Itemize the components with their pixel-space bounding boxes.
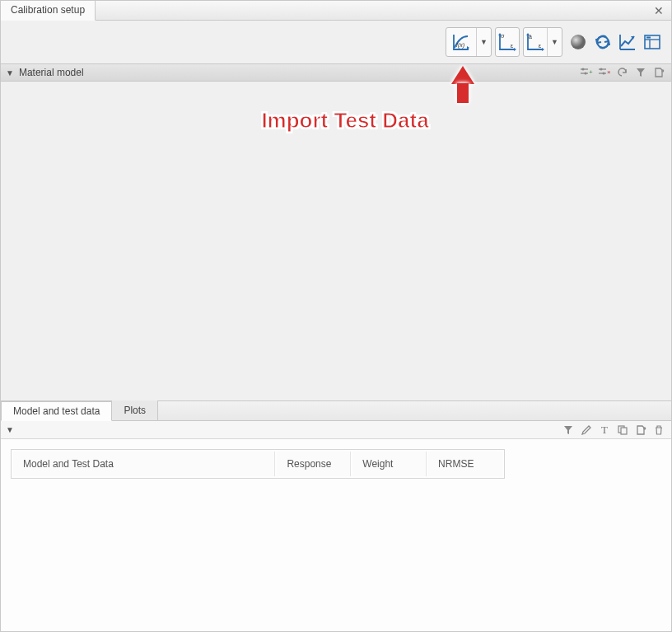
col-response[interactable]: Response <box>277 452 351 476</box>
data-table: Model and Test Data Response Weight NRMS… <box>11 449 505 479</box>
svg-text:ε: ε <box>539 43 541 49</box>
tab-label: Model and test data <box>13 405 100 417</box>
col-label: NRMSE <box>438 458 474 470</box>
refresh-button[interactable] <box>590 28 615 56</box>
chart-trend-icon <box>617 31 638 53</box>
sphere-icon <box>567 31 589 53</box>
funnel-icon <box>635 67 646 78</box>
svg-rect-21 <box>621 428 627 434</box>
sigma-epsilon-icon: σ ε <box>497 31 518 53</box>
col-label: Weight <box>362 458 393 470</box>
layout-icon <box>642 31 663 53</box>
function-curve-button[interactable]: f(x) <box>446 28 476 56</box>
hat-epsilon-icon: â ε <box>525 31 546 53</box>
material-model-tools: + × <box>579 66 666 79</box>
disclosure-triangle-icon[interactable]: ▼ <box>6 425 14 434</box>
copy-button[interactable] <box>615 424 630 437</box>
svg-rect-9 <box>646 37 651 39</box>
export-page-icon <box>653 67 665 78</box>
svg-point-11 <box>582 68 585 71</box>
svg-point-16 <box>600 68 603 71</box>
filter-button[interactable] <box>561 424 576 437</box>
filter-button[interactable] <box>633 66 648 79</box>
titlebar: Calibration setup ✕ <box>1 1 671 21</box>
titlebar-spacer <box>96 1 646 20</box>
table-header-row: Model and Test Data Response Weight NRMS… <box>13 452 502 476</box>
function-curve-icon: f(x) <box>450 31 472 53</box>
sliders-remove-icon: × <box>598 67 611 78</box>
svg-text:×: × <box>607 68 611 76</box>
layout-button[interactable] <box>640 28 665 56</box>
svg-text:f(x): f(x) <box>456 42 464 49</box>
export-page-button[interactable] <box>633 424 648 437</box>
trash-icon <box>653 424 665 436</box>
chart-button[interactable] <box>615 28 640 56</box>
bottom-pane: Model and test data Plots ▼ <box>1 400 671 631</box>
main-toolbar: f(x) ▼ σ ε <box>1 21 671 63</box>
tab-plots[interactable]: Plots <box>112 400 158 420</box>
svg-text:σ: σ <box>501 33 505 39</box>
close-button[interactable]: ✕ <box>646 1 671 20</box>
export-button[interactable] <box>651 66 666 79</box>
text-t-icon: T <box>601 424 608 437</box>
col-model-and-test-data[interactable]: Model and Test Data <box>13 452 275 476</box>
toolbar-group-right <box>566 27 665 57</box>
sliders-add-button[interactable]: + <box>579 66 594 79</box>
function-curve-dropdown[interactable]: ▼ <box>476 28 491 56</box>
window-title-tab[interactable]: Calibration setup <box>1 1 96 21</box>
window-title: Calibration setup <box>11 4 85 16</box>
pencil-icon <box>581 424 592 436</box>
close-icon: ✕ <box>654 4 664 17</box>
import-test-data-button[interactable]: σ ε <box>496 28 519 56</box>
export-page-icon <box>635 424 646 436</box>
svg-point-5 <box>571 35 586 49</box>
table-area: Model and Test Data Response Weight NRMS… <box>1 439 671 631</box>
material-model-header[interactable]: ▼ Material model + × <box>1 63 671 82</box>
undo-button[interactable] <box>615 66 630 79</box>
svg-text:+: + <box>589 68 593 76</box>
material-model-content <box>1 82 671 400</box>
toolbar-group-strain: â ε ▼ <box>523 27 562 57</box>
bottom-tabs: Model and test data Plots <box>1 401 671 421</box>
col-nrmse[interactable]: NRMSE <box>428 452 502 476</box>
svg-text:â: â <box>529 34 532 40</box>
copy-icon <box>617 424 628 436</box>
col-label: Response <box>287 458 331 470</box>
undo-icon <box>617 67 628 78</box>
svg-point-18 <box>603 73 605 75</box>
toolbar-group-import: σ ε <box>495 27 520 57</box>
col-weight[interactable]: Weight <box>352 452 427 476</box>
refresh-icon <box>592 31 614 53</box>
delete-button[interactable] <box>651 424 666 437</box>
material-button[interactable] <box>566 28 590 56</box>
svg-point-13 <box>585 73 587 75</box>
funnel-icon <box>562 424 574 436</box>
col-label: Model and Test Data <box>23 458 114 470</box>
bottom-tools: T <box>561 424 666 437</box>
calibration-setup-panel: Calibration setup ✕ f(x) ▼ <box>0 0 672 632</box>
sliders-add-icon: + <box>580 67 593 78</box>
strain-model-dropdown[interactable]: ▼ <box>547 28 562 56</box>
strain-model-button[interactable]: â ε <box>524 28 547 56</box>
text-button[interactable]: T <box>597 424 612 437</box>
tab-model-and-test-data[interactable]: Model and test data <box>1 401 112 421</box>
toolbar-group-fx: f(x) ▼ <box>446 27 492 57</box>
sliders-remove-button[interactable]: × <box>597 66 612 79</box>
edit-button[interactable] <box>579 424 594 437</box>
material-model-label: Material model <box>19 67 84 78</box>
svg-text:ε: ε <box>511 43 513 49</box>
tab-label: Plots <box>124 405 146 416</box>
disclosure-triangle-icon: ▼ <box>6 68 14 77</box>
bottom-sub-toolbar: ▼ T <box>1 421 671 439</box>
